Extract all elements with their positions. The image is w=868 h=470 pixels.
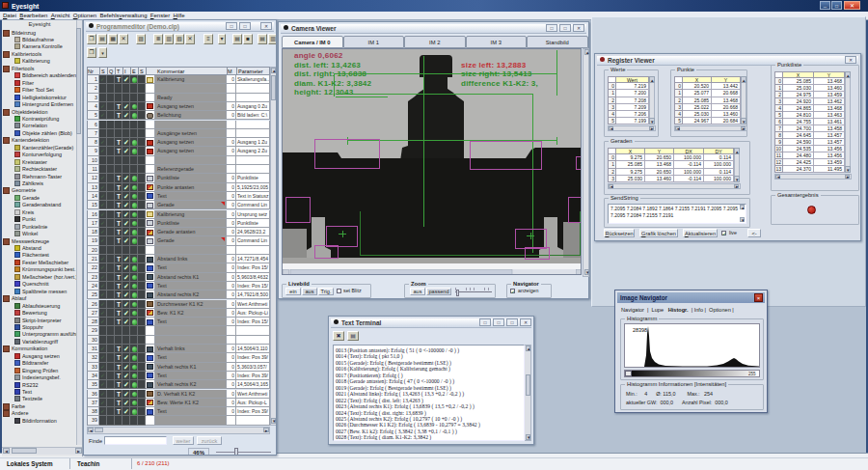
- svg-text:28398: 28398: [633, 327, 647, 333]
- svg-text:size right: 13,5413: size right: 13,5413: [461, 69, 532, 78]
- svg-text:dist. right: 13,6838: dist. right: 13,6838: [294, 69, 366, 78]
- svg-text:size left: 13,2883: size left: 13,2883: [461, 61, 527, 69]
- svg-text:angle 0,6062: angle 0,6062: [294, 51, 343, 60]
- svg-text:height: 12,3043: height: 12,3043: [294, 88, 354, 97]
- svg-text:dist. left: 13,4263: dist. left: 13,4263: [294, 61, 361, 69]
- svg-text:difference K1-K2: 3,: difference K1-K2: 3,: [461, 79, 538, 88]
- svg-text:diam. K1-K2: 3,3842: diam. K1-K2: 3,3842: [294, 79, 372, 88]
